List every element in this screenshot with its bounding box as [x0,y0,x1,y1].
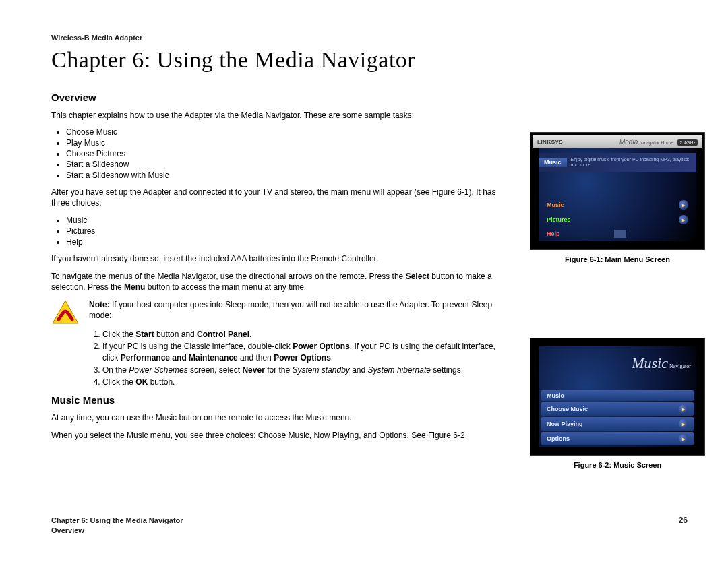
step-item: If your PC is using the Classic interfac… [102,341,510,363]
step-item: Click the Start button and Control Panel… [102,329,510,340]
note-steps: Click the Start button and Control Panel… [89,329,510,387]
arrow-icon: ▸ [679,215,688,224]
figure-caption: Figure 6-1: Main Menu Screen [530,255,705,263]
music-heading: Music Menus [51,394,510,406]
list-item: Help [66,237,510,247]
list-item: Choose Pictures [66,149,510,158]
chapter-title: Chapter 6: Using the Media Navigator [51,47,688,73]
menu-row: Music [541,390,694,401]
figures-column: LINKSYS Media Navigator Home 2.4GHz Musi… [530,92,705,489]
step-item: Click the OK button. [102,377,510,387]
list-item: Start a Slideshow [66,160,510,169]
footer-section: Overview [51,526,183,535]
footer-chapter: Chapter 6: Using the Media Navigator [51,516,183,525]
logo-icon [614,230,626,238]
arrow-icon: ▸ [679,434,688,443]
note-body: Note: If your host computer goes into Sl… [89,299,510,321]
music-p1: At any time, you can use the Music butto… [51,412,510,423]
menu-row: Choose Music ▸ [541,402,694,416]
arrow-icon: ▸ [679,419,688,429]
batteries-text: If you haven't already done so, insert t… [51,253,510,264]
step-item: On the Power Schemes screen, select Neve… [102,365,510,375]
list-item: Play Music [66,138,510,148]
overview-intro: This chapter explains how to use the Ada… [51,110,510,121]
task-list: Choose Music Play Music Choose Pictures … [66,127,510,180]
note-icon [51,299,80,325]
list-item: Pictures [66,226,510,236]
product-header: Wireless-B Media Adapter [51,34,688,42]
menu-row-pictures: Pictures ▸ [541,213,694,226]
music-screen-title: MusicNavigator [632,354,691,372]
figure-caption: Figure 6-2: Music Screen [530,461,705,469]
arrow-icon: ▸ [679,200,688,210]
overview-heading: Overview [51,92,510,103]
brand-label: LINKSYS [537,139,563,145]
after-setup-text: After you have set up the Adapter and co… [51,187,510,208]
page-footer: Chapter 6: Using the Media Navigator Ove… [51,516,688,535]
list-item: Music [66,216,510,225]
menu-row: Options ▸ [541,432,694,445]
menu-row: Now Playing ▸ [541,417,694,431]
page-number: 26 [679,516,688,535]
banner-tag: Music [539,158,567,167]
menu-row-help: Help [541,228,694,240]
main-content: Overview This chapter explains how to us… [51,92,510,489]
choices-list: Music Pictures Help [66,216,510,247]
navigate-text: To navigate the menus of the Media Navig… [51,271,510,292]
banner-desc: Enjoy digital music from your PC includi… [571,157,696,167]
music-p2: When you select the Music menu, you see … [51,430,510,441]
list-item: Start a Slideshow with Music [66,170,510,180]
menu-row-music: Music ▸ [541,198,694,212]
figure-6-2: MusicNavigator Music Choose Music ▸ Now … [530,338,705,469]
arrow-icon: ▸ [679,404,688,414]
figure-6-1: LINKSYS Media Navigator Home 2.4GHz Musi… [530,132,705,263]
list-item: Choose Music [66,127,510,137]
